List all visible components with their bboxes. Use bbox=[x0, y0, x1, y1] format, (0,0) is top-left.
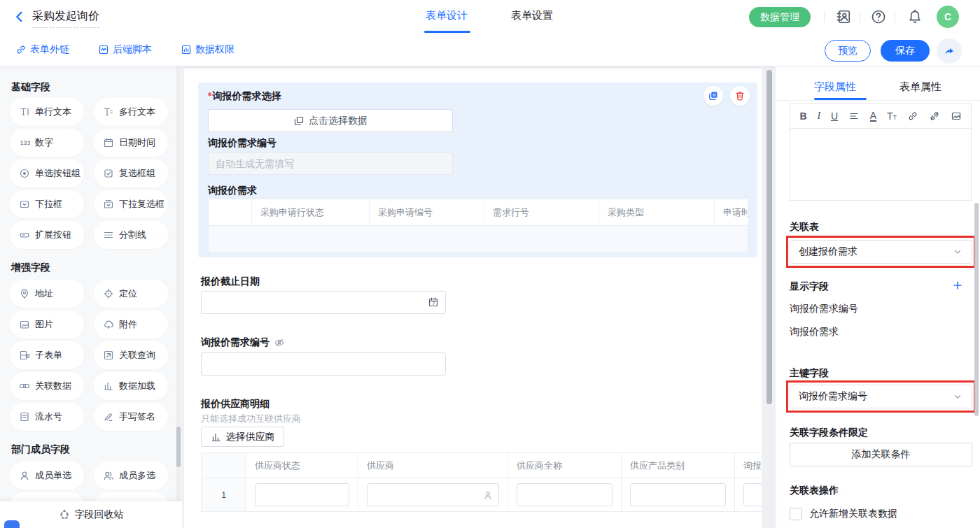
form-canvas: *询报价需求选择 点击选择数据 询报价需求编号 询报价需求 采 bbox=[182, 66, 776, 528]
plus-icon[interactable] bbox=[952, 280, 963, 291]
calendar-icon[interactable]: 7 bbox=[428, 297, 439, 308]
underline-button[interactable]: U bbox=[831, 110, 838, 122]
share-button[interactable] bbox=[937, 38, 962, 64]
field-item-location[interactable]: 定位 bbox=[94, 280, 168, 308]
save-button[interactable]: 保存 bbox=[881, 40, 930, 62]
field-item-subform[interactable]: 子表单 bbox=[10, 341, 84, 369]
panel-scrollbar-thumb[interactable] bbox=[974, 203, 979, 416]
field-item-number[interactable]: 123数字 bbox=[10, 129, 84, 157]
align-icon[interactable] bbox=[848, 110, 860, 122]
selected-field-block[interactable]: *询报价需求选择 点击选择数据 询报价需求编号 询报价需求 采 bbox=[198, 83, 757, 257]
field-item-datetime[interactable]: 日期时间 bbox=[94, 129, 168, 157]
font-size-button[interactable]: TT bbox=[887, 110, 897, 122]
display-field-item[interactable]: 询报价需求编号 bbox=[790, 303, 858, 315]
related-table-select[interactable]: 创建报价需求 bbox=[790, 240, 972, 264]
header-divider bbox=[860, 11, 860, 22]
field-item-attachment[interactable]: 附件 bbox=[94, 311, 168, 338]
supplier-category-cell bbox=[622, 478, 735, 512]
field-item-single-text[interactable]: 单行文本 bbox=[10, 98, 84, 126]
section-title-enhanced: 增强字段 bbox=[11, 262, 50, 274]
backend-script-link[interactable]: 后端脚本 bbox=[98, 43, 152, 56]
bell-icon[interactable] bbox=[907, 9, 923, 24]
chevron-down-icon bbox=[952, 391, 963, 402]
divider-icon bbox=[103, 229, 114, 241]
multi-text-icon bbox=[103, 106, 114, 117]
help-icon[interactable] bbox=[871, 9, 886, 24]
column-header: 采购类型 bbox=[599, 199, 715, 226]
select-supplier-button[interactable]: 选择供应商 bbox=[201, 427, 284, 447]
field-item-data-load[interactable]: 数据加载 bbox=[94, 372, 168, 400]
field-item-serial-number[interactable]: 流水号 bbox=[10, 403, 84, 431]
svg-text:7: 7 bbox=[432, 301, 435, 306]
link-icon[interactable] bbox=[907, 110, 918, 122]
primary-key-select[interactable]: 询报价需求编号 bbox=[790, 385, 972, 408]
unlink-icon[interactable] bbox=[929, 110, 940, 122]
image-icon[interactable] bbox=[951, 110, 962, 122]
allow-add-checkbox[interactable] bbox=[790, 508, 802, 520]
tab-form-design[interactable]: 表单设计 bbox=[426, 9, 468, 22]
back-icon[interactable] bbox=[13, 10, 27, 24]
field-item-link-query[interactable]: 关联查询 bbox=[94, 341, 168, 369]
description-editor-area[interactable] bbox=[790, 128, 972, 201]
supplier-category-input[interactable] bbox=[630, 483, 726, 506]
field-item-select[interactable]: 下拉框 bbox=[10, 190, 84, 218]
copy-field-button[interactable] bbox=[704, 86, 723, 106]
form-canvas-card: *询报价需求选择 点击选择数据 询报价需求编号 询报价需求 采 bbox=[184, 69, 762, 528]
field-item-member-multi[interactable]: 成员多选 bbox=[94, 462, 168, 490]
header-divider bbox=[824, 11, 825, 22]
field-item-link-data[interactable]: 关联数据 bbox=[10, 372, 84, 400]
copy-icon bbox=[708, 90, 719, 101]
trash-icon bbox=[734, 90, 746, 101]
field-item-signature[interactable]: 手写签名 bbox=[94, 403, 168, 431]
column-header: 需求行号 bbox=[484, 199, 599, 226]
field-item-image[interactable]: 图片 bbox=[10, 311, 84, 338]
display-field-item[interactable]: 询报价需求 bbox=[790, 326, 839, 338]
supplier-fullname-input[interactable] bbox=[517, 483, 612, 506]
sidebar-scrollbar-thumb[interactable] bbox=[176, 427, 181, 467]
select-icon bbox=[19, 199, 30, 210]
supplier-input[interactable] bbox=[367, 483, 499, 506]
field-item-checkbox-group[interactable]: 复选框组 bbox=[94, 159, 168, 187]
data-permission-link[interactable]: 数据权限 bbox=[181, 43, 234, 56]
contacts-icon[interactable] bbox=[836, 9, 851, 24]
field-recycle-bin[interactable]: 字段回收站 bbox=[0, 501, 182, 528]
clipped-input[interactable] bbox=[743, 483, 762, 506]
field-item-divider[interactable]: 分割线 bbox=[94, 221, 168, 249]
supplier-cell bbox=[358, 478, 508, 512]
location-icon bbox=[103, 288, 114, 299]
number-icon: 123 bbox=[19, 137, 30, 148]
deadline-date-input[interactable]: 7 bbox=[201, 291, 446, 314]
field-item-radio-group[interactable]: 单选按钮组 bbox=[10, 159, 84, 187]
supplier-status-input[interactable] bbox=[255, 483, 349, 506]
field-item-address[interactable]: 地址 bbox=[10, 280, 84, 308]
form-external-link[interactable]: 表单外链 bbox=[15, 43, 69, 56]
tab-form-settings[interactable]: 表单设置 bbox=[511, 9, 553, 22]
serial-field-input[interactable] bbox=[201, 352, 446, 376]
column-header: 供应商状态 bbox=[246, 453, 358, 478]
subform-icon bbox=[19, 350, 30, 361]
floating-widget[interactable] bbox=[4, 520, 20, 528]
tab-field-properties[interactable]: 字段属性 bbox=[814, 80, 856, 94]
field-item-member-single[interactable]: 成员单选 bbox=[10, 462, 84, 490]
app-header: 采购发起询价 表单设计 表单设置 数据管理 C bbox=[0, 0, 980, 34]
link-query-icon bbox=[103, 350, 114, 361]
condition-label: 关联字段条件限定 bbox=[790, 427, 868, 439]
data-manage-button[interactable]: 数据管理 bbox=[749, 7, 811, 27]
bold-button[interactable]: B bbox=[799, 110, 806, 122]
italic-button[interactable]: I bbox=[817, 110, 820, 122]
member-single-icon bbox=[19, 470, 30, 481]
field-item-multi-text[interactable]: 多行文本 bbox=[94, 98, 168, 126]
font-color-button[interactable]: A bbox=[870, 111, 876, 122]
preview-button[interactable]: 预览 bbox=[825, 40, 871, 62]
delete-field-button[interactable] bbox=[730, 86, 750, 106]
serial-auto-input[interactable] bbox=[208, 152, 453, 175]
richtext-toolbar: B I U A TT bbox=[790, 104, 972, 129]
add-condition-button[interactable]: 添加关联条件 bbox=[790, 443, 972, 466]
field-item-ext-button[interactable]: 扩展按钮 bbox=[10, 221, 84, 249]
select-data-button[interactable]: 点击选择数据 bbox=[208, 109, 453, 132]
canvas-scrollbar-thumb[interactable] bbox=[766, 70, 772, 404]
avatar[interactable]: C bbox=[937, 6, 959, 28]
field-item-multi-select[interactable]: 下拉复选框 bbox=[94, 190, 168, 218]
tab-form-properties[interactable]: 表单属性 bbox=[899, 80, 941, 94]
deadline-label: 报价截止日期 bbox=[201, 276, 260, 288]
